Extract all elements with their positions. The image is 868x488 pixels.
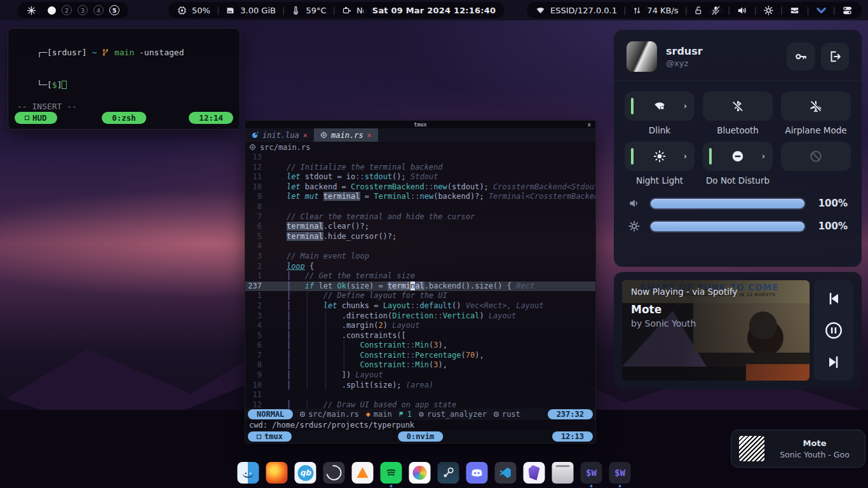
brightness-value: 100%: [815, 220, 848, 232]
chevron-right-icon[interactable]: ›: [684, 152, 687, 161]
code-line-current: 237 │ if let Ok(size) = terminal.backend…: [245, 281, 595, 292]
workspace-5[interactable]: 5: [109, 5, 119, 15]
photos-icon: [409, 462, 431, 484]
active-indicator: [631, 98, 634, 114]
line-text: │ // Get the terminal size: [268, 271, 415, 281]
line-number: 7: [245, 212, 268, 222]
tab-close-icon[interactable]: ×: [367, 131, 372, 140]
line-text: let mut terminal = Terminal::new(backend…: [268, 192, 595, 202]
chevron-right-icon[interactable]: ›: [762, 152, 765, 161]
display-settings-icon[interactable]: [758, 2, 779, 18]
brightness-slider[interactable]: [649, 220, 806, 233]
tmux-editor-window[interactable]: tmux x init.lua × main.rs × src/main.rs …: [245, 120, 596, 444]
dock-item-file-manager[interactable]: [238, 462, 259, 487]
toggle-do-not-disturb[interactable]: ›: [703, 142, 773, 171]
code-line: 5 │ │ │ .constraints([: [245, 331, 595, 341]
toggle-dlink[interactable]: ›: [625, 92, 695, 121]
microphone-muted-icon[interactable]: [705, 2, 726, 18]
buffer-tabline: init.lua × main.rs ×: [245, 128, 595, 142]
hud-session-pill[interactable]: HUD: [15, 112, 57, 124]
line-text: │ │ │ │ Constraint::Percentage(70),: [268, 351, 484, 361]
prompt-symbol: $: [52, 80, 57, 90]
dock-item-steam[interactable]: [438, 462, 459, 487]
line-text: │ │ │ .split(size); (area): [268, 381, 433, 391]
dock-item-wallet-2[interactable]: $W: [609, 462, 631, 487]
code-line: 2 loop {: [245, 262, 595, 272]
line-text: // Clear the terminal and hide the curso…: [268, 212, 475, 222]
line-number: 9: [245, 370, 268, 381]
pause-icon: [824, 321, 843, 340]
code-line: 12 │ │ // Draw UI based on app state: [245, 400, 595, 409]
code-line: 9 let mut terminal = Terminal::new(backe…: [245, 192, 595, 202]
dock-item-spotify[interactable]: [381, 462, 402, 487]
line-number: 12: [245, 400, 268, 409]
logout-button[interactable]: [821, 43, 849, 71]
chevron-down-icon[interactable]: [811, 2, 832, 18]
workspace-2[interactable]: 2: [62, 5, 72, 15]
dock-item-discord[interactable]: [466, 462, 488, 487]
toggles-panel-icon[interactable]: [837, 2, 858, 18]
rust-icon: [249, 144, 256, 151]
toggle-airplane-mode[interactable]: [781, 92, 851, 121]
dock-item-obs[interactable]: [323, 462, 345, 487]
chevron-right-icon[interactable]: ›: [684, 102, 687, 111]
tray-inbox-icon[interactable]: [784, 2, 805, 18]
git-diamond-icon: [365, 412, 371, 417]
toggle-night-light[interactable]: ›: [625, 142, 695, 171]
cpu-usage: 50%: [192, 6, 210, 15]
workspace-4[interactable]: 4: [93, 5, 104, 15]
clock[interactable]: Sat 09 Mar 2024 12:16:40: [363, 2, 505, 18]
code-editor-area[interactable]: 1312 // Initialize the terminal backend1…: [245, 152, 595, 409]
toggle-bluetooth[interactable]: [703, 92, 773, 121]
line-number: 8: [245, 360, 268, 370]
hud-window-pill[interactable]: 0:zsh: [102, 112, 146, 124]
window-close-button[interactable]: x: [588, 121, 595, 128]
notification-title: Mote: [772, 438, 857, 448]
dock-item-qbittorrent[interactable]: qb: [295, 462, 316, 487]
line-number: 3: [245, 311, 268, 322]
volume-slider[interactable]: [649, 198, 806, 210]
dock-item-vlc[interactable]: [352, 462, 374, 487]
tmux-session-pill[interactable]: tmux: [248, 431, 292, 442]
toggle-label: Bluetooth: [717, 125, 759, 135]
line-text: │ │ let chunks = Layout::default() Vec<R…: [268, 301, 544, 311]
workspace-3[interactable]: 3: [78, 5, 88, 15]
toggle-disabled[interactable]: [781, 142, 851, 171]
code-line: 2 │ │ let chunks = Layout::default() Vec…: [245, 301, 595, 311]
dock-item-trash[interactable]: [552, 462, 574, 487]
minus-circle-icon: [731, 149, 745, 163]
rust-icon: [299, 411, 306, 417]
workspace-1[interactable]: [48, 6, 56, 15]
dock-item-vscode[interactable]: [495, 462, 517, 487]
line-text: terminal.clear()?;: [268, 222, 369, 232]
next-track-button[interactable]: [824, 353, 843, 372]
notification-toast[interactable]: Mote Sonic Youth - Goo: [731, 430, 865, 468]
vlc-icon: [352, 462, 374, 484]
album-art[interactable]: SHAPE OF PUNK TO COME A CHIMERICAL BOMBI…: [622, 280, 810, 381]
dock-item-firefox[interactable]: [266, 462, 288, 487]
dock-item-obsidian[interactable]: [524, 462, 545, 487]
line-number: 6: [245, 341, 268, 351]
pause-button[interactable]: [824, 321, 843, 340]
lock-keys-button[interactable]: [787, 43, 815, 71]
user-name: srdusr: [666, 45, 703, 57]
line-number: 10: [245, 381, 268, 391]
tmux-clock-pill: 12:13: [552, 431, 593, 442]
airplane-off-icon: [809, 99, 823, 113]
speaker-icon[interactable]: [731, 2, 752, 18]
statusline-file: src/main.rs: [299, 410, 358, 419]
tab-init-lua[interactable]: init.lua ×: [245, 128, 314, 142]
dock-item-wallet-1[interactable]: $W: [581, 462, 602, 487]
window-decoration-bar: tmux x: [245, 121, 595, 128]
tmux-window-pill[interactable]: 0:nvim: [398, 431, 443, 442]
code-line: 11: [245, 390, 595, 400]
prompt-user: srdusr: [52, 48, 82, 57]
tab-close-icon[interactable]: ×: [303, 131, 308, 140]
hud-terminal-window[interactable]: ┌─[srdusr] ~ main -unstaged └─[$] -- INS…: [8, 28, 240, 130]
tab-main-rs[interactable]: main.rs ×: [314, 128, 378, 142]
line-number: 12: [245, 163, 268, 173]
dock-item-photos[interactable]: [409, 462, 431, 487]
previous-track-button[interactable]: [824, 289, 843, 308]
distro-logo-icon[interactable]: [27, 6, 36, 15]
code-line: 3 │ │ │ .direction(Direction::Vertical) …: [245, 311, 595, 322]
